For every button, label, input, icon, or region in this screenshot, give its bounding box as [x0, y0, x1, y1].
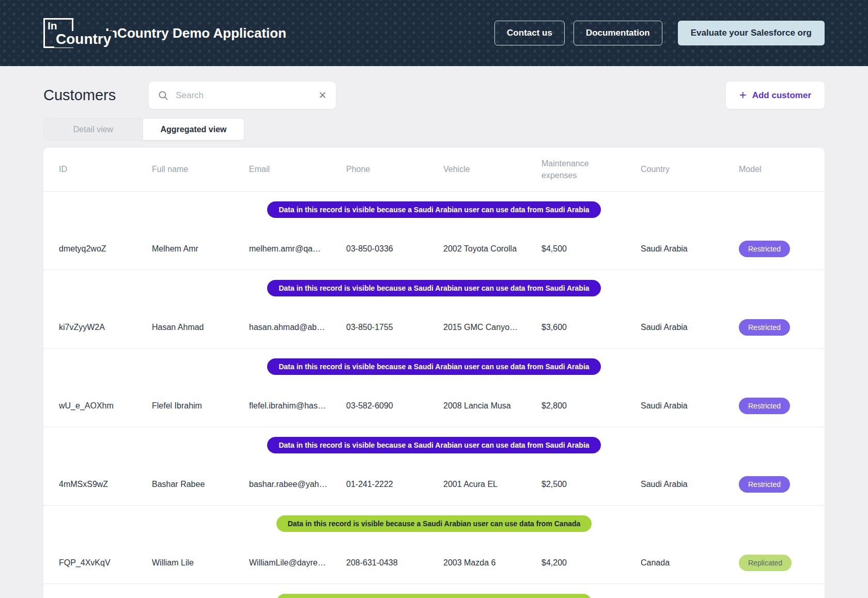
visibility-banner: Data in this record is visible because a…	[267, 437, 600, 453]
cell-phone: 03-582-6090	[346, 401, 443, 411]
cell-id: ki7vZyyW2A	[59, 323, 152, 332]
col-header-phone: Phone	[346, 163, 443, 175]
table-row[interactable]: Data in this record is visible because a…	[43, 192, 825, 270]
page-title: Customers	[43, 87, 116, 104]
cell-country: Saudi Arabia	[641, 244, 739, 254]
table-row-partial[interactable]: Data in this record is visible because a…	[43, 584, 825, 598]
cell-email: flefel.ibrahim@has…	[249, 401, 346, 411]
model-badge: Restricted	[739, 319, 790, 336]
col-header-model: Model	[739, 163, 809, 175]
col-header-full-name: Full name	[152, 163, 249, 175]
cell-country: Saudi Arabia	[641, 323, 739, 332]
cell-model: Restricted	[739, 476, 809, 493]
table-row[interactable]: Data in this record is visible because a…	[43, 427, 825, 506]
cell-phone: 03-850-0336	[346, 244, 443, 254]
banner-row: Data in this record is visible because a…	[43, 192, 825, 228]
cell-expenses: $2,800	[541, 401, 641, 411]
customers-page: Customers ✕ + Add customer Detail view A…	[0, 82, 868, 598]
cell-model: Replicated	[739, 555, 809, 571]
table-row[interactable]: Data in this record is visible because a…	[43, 349, 825, 427]
banner-row: Data in this record is visible because a…	[43, 270, 825, 306]
table-row[interactable]: Data in this record is visible because a…	[43, 506, 825, 584]
logo-text-in: In	[48, 20, 57, 31]
col-header-id: ID	[59, 163, 152, 175]
model-badge: Replicated	[739, 555, 792, 571]
data-row: wU_e_AOXhm Flefel Ibrahim flefel.ibrahim…	[43, 385, 825, 427]
cell-email: melhem.amr@qa…	[249, 244, 346, 254]
cell-full-name: Melhem Amr	[152, 244, 249, 254]
cell-phone: 03-850-1755	[346, 323, 443, 332]
table-row[interactable]: Data in this record is visible because a…	[43, 270, 825, 349]
model-badge: Restricted	[739, 398, 790, 414]
cell-expenses: $4,500	[541, 244, 641, 254]
plus-icon: +	[739, 89, 747, 101]
cell-expenses: $3,600	[541, 323, 641, 332]
app-title: InCountry Demo Application	[105, 25, 286, 41]
table-header-row: ID Full name Email Phone Vehicle Mainten…	[43, 148, 825, 192]
cell-id: FQP_4XvKqV	[59, 558, 152, 568]
cell-vehicle: 2001 Acura EL	[443, 480, 541, 489]
topbar-actions: Contact us Documentation Evaluate your S…	[494, 21, 825, 45]
cell-full-name: Bashar Rabee	[152, 480, 249, 489]
model-badge: Restricted	[739, 476, 790, 493]
clear-search-icon[interactable]: ✕	[318, 90, 327, 100]
visibility-banner: Data in this record is visible because a…	[267, 280, 600, 296]
cell-model: Restricted	[739, 241, 809, 257]
cell-country: Saudi Arabia	[641, 401, 739, 411]
banner-row: Data in this record is visible because a…	[43, 427, 825, 463]
banner-row: Data in this record is visible because a…	[43, 506, 825, 542]
visibility-banner: Data in this record is visible because a…	[267, 201, 600, 218]
cell-email: hasan.ahmad@ab…	[249, 323, 346, 332]
data-row: 4mMSxS9wZ Bashar Rabee bashar.rabee@yah……	[43, 463, 825, 505]
banner-row: Data in this record is visible because a…	[43, 584, 825, 598]
cell-model: Restricted	[739, 319, 809, 336]
cell-vehicle: 2008 Lancia Musa	[443, 401, 541, 411]
model-badge: Restricted	[739, 241, 790, 257]
cell-phone: 208-631-0438	[346, 558, 443, 568]
cell-full-name: William Lile	[152, 558, 249, 568]
cell-country: Saudi Arabia	[641, 480, 739, 489]
tab-detail-view[interactable]: Detail view	[43, 118, 143, 140]
view-tabs: Detail view Aggregated view	[43, 118, 825, 140]
cell-model: Restricted	[739, 398, 809, 414]
cell-expenses: $4,200	[541, 558, 641, 568]
cell-id: dmetyq2woZ	[59, 244, 152, 254]
cell-email: WilliamLile@dayre…	[249, 558, 346, 568]
search-icon	[158, 90, 168, 101]
banner-row: Data in this record is visible because a…	[43, 349, 825, 385]
cell-full-name: Flefel Ibrahim	[152, 401, 249, 411]
col-header-country: Country	[641, 163, 739, 175]
incountry-logo: In Country	[43, 18, 73, 48]
cell-vehicle: 2015 GMC Canyo…	[443, 323, 541, 332]
page-head: Customers ✕ + Add customer	[43, 82, 825, 109]
data-row: ki7vZyyW2A Hasan Ahmad hasan.ahmad@ab… 0…	[43, 306, 825, 348]
tab-aggregated-view[interactable]: Aggregated view	[143, 118, 244, 140]
cell-email: bashar.rabee@yah…	[249, 480, 346, 489]
evaluate-salesforce-button[interactable]: Evaluate your Salesforce org	[678, 21, 825, 45]
documentation-button[interactable]: Documentation	[574, 21, 662, 45]
cell-id: wU_e_AOXhm	[59, 401, 152, 411]
cell-vehicle: 2002 Toyota Corolla	[443, 244, 541, 254]
col-header-vehicle: Vehicle	[443, 163, 541, 175]
add-customer-label: Add customer	[752, 90, 811, 101]
cell-id: 4mMSxS9wZ	[59, 480, 152, 489]
visibility-banner: Data in this record is visible because a…	[267, 358, 600, 375]
visibility-banner: Data in this record is visible because a…	[276, 515, 592, 532]
cell-full-name: Hasan Ahmad	[152, 323, 249, 332]
logo-text-country: Country	[54, 31, 113, 48]
cell-phone: 01-241-2222	[346, 480, 443, 489]
col-header-maintenance: Maintenance expenses	[541, 158, 641, 181]
col-header-email: Email	[249, 163, 346, 175]
visibility-banner: Data in this record is visible because a…	[276, 594, 592, 598]
data-row: FQP_4XvKqV William Lile WilliamLile@dayr…	[43, 542, 825, 584]
data-row: dmetyq2woZ Melhem Amr melhem.amr@qa… 03-…	[43, 228, 825, 270]
search-input[interactable]	[175, 90, 312, 101]
search-box[interactable]: ✕	[149, 82, 336, 109]
cell-expenses: $2,500	[541, 480, 641, 489]
top-bar: In Country InCountry Demo Application Co…	[0, 0, 868, 66]
cell-country: Canada	[641, 558, 739, 568]
customers-table: ID Full name Email Phone Vehicle Mainten…	[43, 148, 825, 598]
cell-vehicle: 2003 Mazda 6	[443, 558, 541, 568]
add-customer-button[interactable]: + Add customer	[726, 82, 825, 109]
contact-us-button[interactable]: Contact us	[494, 21, 565, 45]
